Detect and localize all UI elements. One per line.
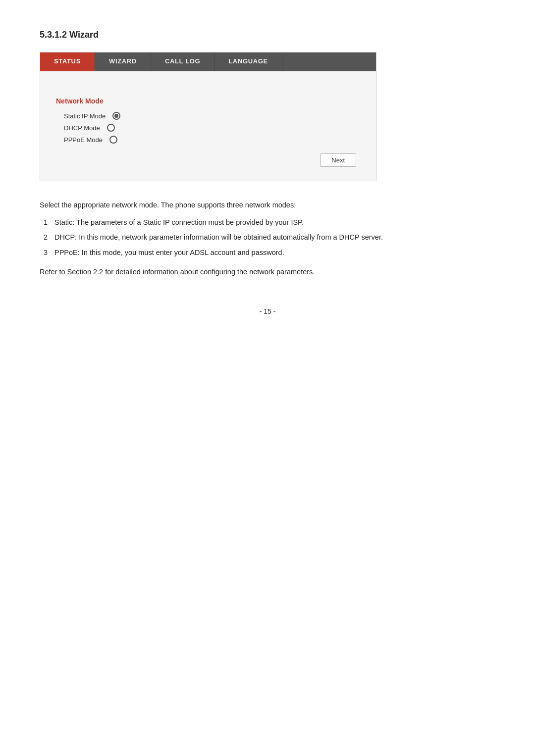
radio-dhcp-label: DHCP Mode: [64, 124, 100, 132]
description-intro: Select the appropriate network mode. The…: [40, 199, 495, 211]
tab-bar: STATUS WIZARD CALL LOG LANGUAGE: [40, 52, 376, 71]
list-item-1: 1 Static: The parameters of a Static IP …: [54, 216, 495, 229]
tab-calllog[interactable]: CALL LOG: [151, 52, 214, 71]
radio-group: Static IP Mode DHCP Mode PPPoE Mode: [64, 112, 360, 144]
radio-static-ip-label: Static IP Mode: [64, 112, 106, 120]
tab-wizard[interactable]: WIZARD: [95, 52, 151, 71]
list-item-3: 3 PPPoE: In this mode, you must enter yo…: [54, 247, 495, 259]
tab-status[interactable]: STATUS: [40, 52, 95, 71]
page-number: - 15 -: [40, 307, 495, 315]
radio-pppoe-circle: [109, 136, 117, 144]
tab-language[interactable]: LANGUAGE: [214, 52, 282, 71]
ui-panel: STATUS WIZARD CALL LOG LANGUAGE Network …: [40, 52, 376, 181]
radio-static-ip[interactable]: Static IP Mode: [64, 112, 360, 120]
next-button[interactable]: Next: [320, 153, 356, 167]
radio-pppoe[interactable]: PPPoE Mode: [64, 136, 360, 144]
radio-static-ip-circle: [112, 112, 120, 120]
footer-note: Refer to Section 2.2 for detailed inform…: [40, 266, 495, 278]
radio-pppoe-label: PPPoE Mode: [64, 136, 103, 144]
description-block: Select the appropriate network mode. The…: [40, 199, 495, 278]
list-item-2: 2 DHCP: In this mode, network parameter …: [54, 231, 495, 244]
network-mode-label: Network Mode: [56, 97, 360, 105]
section-title: 5.3.1.2 Wizard: [40, 30, 495, 40]
description-list: 1 Static: The parameters of a Static IP …: [54, 216, 495, 259]
radio-dhcp-circle: [107, 124, 115, 132]
radio-dhcp[interactable]: DHCP Mode: [64, 124, 360, 132]
